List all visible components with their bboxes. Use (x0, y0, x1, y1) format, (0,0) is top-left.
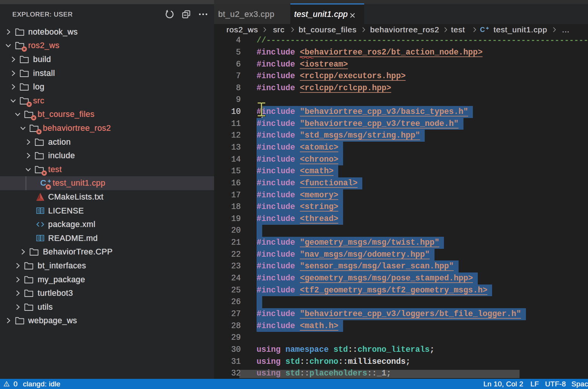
svg-text:C: C (480, 26, 485, 33)
